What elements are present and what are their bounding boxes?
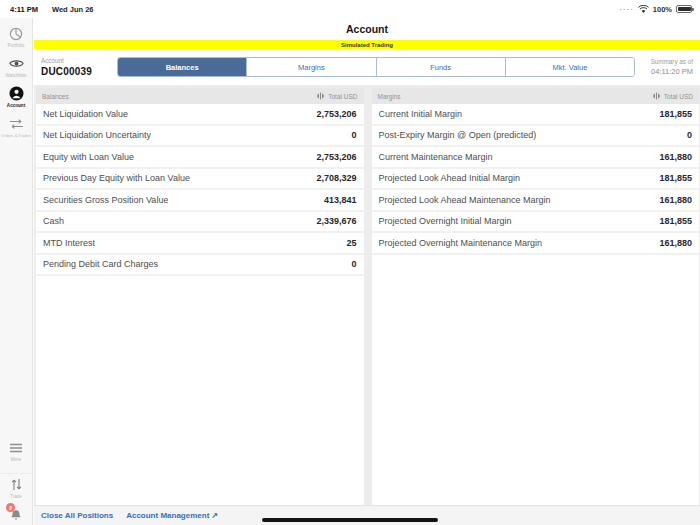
row-label: Projected Overnight Maintenance Margin <box>379 238 543 248</box>
sidebar-item-watchlists[interactable]: Watchlists <box>0 56 33 78</box>
sidebar-divider <box>0 473 33 474</box>
page-title: Account <box>346 23 388 35</box>
tab-funds[interactable]: Funds <box>377 58 506 76</box>
notifications-bell-button[interactable]: 2 <box>10 509 22 521</box>
row-value: 0 <box>351 259 356 269</box>
swap-currency-icon <box>316 92 325 100</box>
banner-text: Simulated Trading <box>341 42 393 48</box>
margin-row: Projected Look Ahead Maintenance Margin … <box>372 190 700 212</box>
account-management-link[interactable]: Account Management ↗ <box>126 511 218 520</box>
panel-unit-label: Total USD <box>664 93 693 100</box>
account-tabs: Balances Margins Funds Mkt. Value <box>117 57 635 77</box>
margins-panel: Margins Total USD Current Initial Margin… <box>372 88 700 505</box>
row-label: Net Liquidation Uncertainty <box>43 130 151 140</box>
wifi-icon <box>638 5 649 14</box>
sidebar-item-label: Watchlists <box>6 73 27 78</box>
row-label: Projected Look Ahead Initial Margin <box>379 173 521 183</box>
tab-balances[interactable]: Balances <box>118 58 247 76</box>
row-label: Cash <box>43 216 64 226</box>
sidebar-item-more[interactable]: More <box>0 440 33 462</box>
sidebar-item-label: More <box>11 457 21 462</box>
currency-toggle[interactable]: Total USD <box>316 92 357 100</box>
row-label: MTD Interest <box>43 238 95 248</box>
app-header: Account <box>34 18 700 40</box>
row-value: 181,855 <box>659 173 692 183</box>
balance-row: Net Liquidation Uncertainty 0 <box>36 126 364 148</box>
status-date: Wed Jun 26 <box>52 5 94 14</box>
swap-currency-icon <box>652 92 661 100</box>
link-label: Account Management <box>126 511 209 520</box>
sidebar-item-trade[interactable]: Trade <box>0 477 33 499</box>
account-id[interactable]: DUC00039 <box>41 66 117 77</box>
notification-badge: 2 <box>6 503 15 512</box>
balance-row: Previous Day Equity with Loan Value 2,70… <box>36 169 364 191</box>
panel-title: Balances <box>42 93 69 100</box>
row-value: 161,880 <box>659 152 692 162</box>
row-label: Current Initial Margin <box>379 109 463 119</box>
swap-arrows-icon <box>9 116 24 131</box>
sidebar-item-account[interactable]: Account <box>0 86 33 108</box>
balances-panel: Balances Total USD Net Liquidation Value… <box>36 88 364 505</box>
main-area: Account Simulated Trading Account DUC000… <box>34 18 700 525</box>
balance-row: MTD Interest 25 <box>36 233 364 255</box>
margin-row: Projected Look Ahead Initial Margin 181,… <box>372 169 700 191</box>
tab-mkt-value[interactable]: Mkt. Value <box>506 58 634 76</box>
margins-list[interactable]: Current Initial Margin 181,855 Post-Expi… <box>372 104 700 505</box>
row-value: 2,339,676 <box>316 216 356 226</box>
row-value: 2,753,206 <box>316 152 356 162</box>
row-value: 181,855 <box>659 216 692 226</box>
home-indicator[interactable] <box>262 518 438 523</box>
panel-title: Margins <box>378 93 401 100</box>
sidebar-item-orders-trades[interactable]: Orders & Trades <box>0 116 33 138</box>
sidebar-item-label: Portfolio <box>8 43 25 48</box>
ipad-screen: 4:11 PM Wed Jun 26 ···· 100% Portfolio W… <box>0 0 700 525</box>
margin-row: Current Maintenance Margin 161,880 <box>372 147 700 169</box>
row-value: 25 <box>346 238 356 248</box>
battery-icon <box>676 5 692 13</box>
row-value: 413,841 <box>324 195 357 205</box>
balance-row: Securities Gross Position Value 413,841 <box>36 190 364 212</box>
row-value: 161,880 <box>659 238 692 248</box>
row-label: Post-Expiry Margin @ Open (predicted) <box>379 130 537 140</box>
sidebar-item-label: Trade <box>10 494 22 499</box>
close-all-positions-link[interactable]: Close All Positions <box>41 511 113 520</box>
margin-row: Current Initial Margin 181,855 <box>372 104 700 126</box>
row-label: Pending Debit Card Charges <box>43 259 158 269</box>
margin-row: Projected Overnight Initial Margin 181,8… <box>372 212 700 234</box>
row-value: 2,708,329 <box>316 173 356 183</box>
account-label: Account <box>41 57 117 64</box>
battery-percent: 100% <box>653 5 672 14</box>
balance-row: Cash 2,339,676 <box>36 212 364 234</box>
external-link-icon: ↗ <box>211 511 218 520</box>
row-label: Net Liquidation Value <box>43 109 128 119</box>
simulated-trading-banner: Simulated Trading <box>34 40 700 49</box>
sidebar-item-label: Orders & Trades <box>1 133 30 138</box>
tab-margins[interactable]: Margins <box>247 58 376 76</box>
balances-list[interactable]: Net Liquidation Value 2,753,206 Net Liqu… <box>36 104 364 505</box>
person-icon <box>9 86 24 101</box>
row-label: Projected Look Ahead Maintenance Margin <box>379 195 551 205</box>
balance-row: Net Liquidation Value 2,753,206 <box>36 104 364 126</box>
margin-row: Projected Overnight Maintenance Margin 1… <box>372 233 700 255</box>
link-label: Close All Positions <box>41 511 113 520</box>
balance-row: Pending Debit Card Charges 0 <box>36 255 364 277</box>
row-label: Current Maintenance Margin <box>379 152 493 162</box>
pie-chart-icon <box>9 26 24 41</box>
currency-toggle[interactable]: Total USD <box>652 92 693 100</box>
status-bar: 4:11 PM Wed Jun 26 ···· 100% <box>0 0 700 18</box>
balances-panel-header: Balances Total USD <box>36 88 364 104</box>
row-label: Projected Overnight Initial Margin <box>379 216 512 226</box>
summary-as-of-label: Summary as of <box>635 58 693 65</box>
row-value: 2,753,206 <box>316 109 356 119</box>
margin-row: Post-Expiry Margin @ Open (predicted) 0 <box>372 126 700 148</box>
sidebar-item-portfolio[interactable]: Portfolio <box>0 26 33 48</box>
eye-icon <box>9 56 24 71</box>
balance-row: Equity with Loan Value 2,753,206 <box>36 147 364 169</box>
row-value: 0 <box>687 130 692 140</box>
cellular-signal-icon: ···· <box>619 5 634 14</box>
row-label: Previous Day Equity with Loan Value <box>43 173 190 183</box>
sidebar-nav: Portfolio Watchlists Account Orders & Tr… <box>0 18 33 525</box>
row-value: 181,855 <box>659 109 692 119</box>
up-down-arrows-icon <box>9 477 24 492</box>
panel-unit-label: Total USD <box>328 93 357 100</box>
